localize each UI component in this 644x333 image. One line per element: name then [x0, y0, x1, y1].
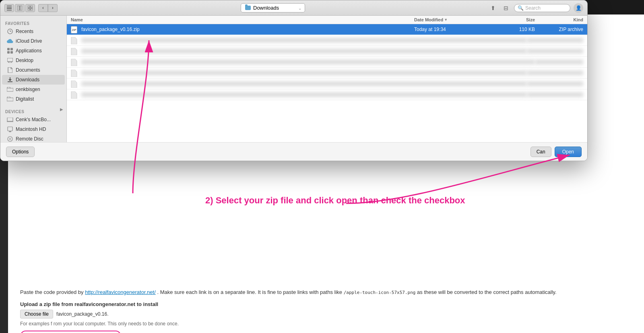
search-icon: 🔍 — [518, 5, 524, 11]
location-box[interactable]: Downloads ⌄ — [241, 3, 305, 12]
nav-back-btn[interactable]: ‹ — [38, 4, 48, 12]
svg-rect-5 — [28, 6, 30, 8]
share-btn[interactable]: ⬆ — [488, 4, 498, 12]
view-columns-btn[interactable] — [15, 4, 25, 12]
view-gallery-btn[interactable] — [25, 4, 35, 12]
mac-file-picker: ‹ › Downloads ⌄ ⬆ ⊟ 🔍 Search 👤 — [0, 0, 588, 14]
svg-rect-3 — [17, 6, 19, 10]
svg-rect-4 — [20, 6, 22, 10]
location-title: Downloads — [253, 5, 279, 11]
svg-rect-1 — [7, 8, 12, 8]
search-box[interactable]: 🔍 Search — [514, 4, 570, 12]
user-avatar: 👤 — [574, 3, 583, 13]
svg-rect-6 — [31, 6, 33, 8]
search-placeholder: Search — [525, 5, 541, 11]
picker-toolbar: ‹ › Downloads ⌄ ⬆ ⊟ 🔍 Search 👤 — [0, 0, 587, 14]
svg-rect-0 — [7, 6, 12, 6]
picker-location: Downloads ⌄ — [61, 3, 485, 12]
nav-forward-btn[interactable]: › — [48, 4, 58, 12]
window-btn[interactable]: ⊟ — [501, 4, 511, 12]
location-chevron: ⌄ — [298, 6, 301, 10]
mac-file-picker-dialog[interactable]: ‹ › Downloads ⌄ ⬆ ⊟ 🔍 Search 👤 — [0, 0, 588, 14]
folder-icon — [245, 6, 251, 10]
svg-rect-2 — [7, 10, 12, 10]
svg-rect-7 — [28, 8, 30, 10]
svg-rect-8 — [31, 8, 33, 10]
view-list-btn[interactable] — [4, 4, 14, 12]
